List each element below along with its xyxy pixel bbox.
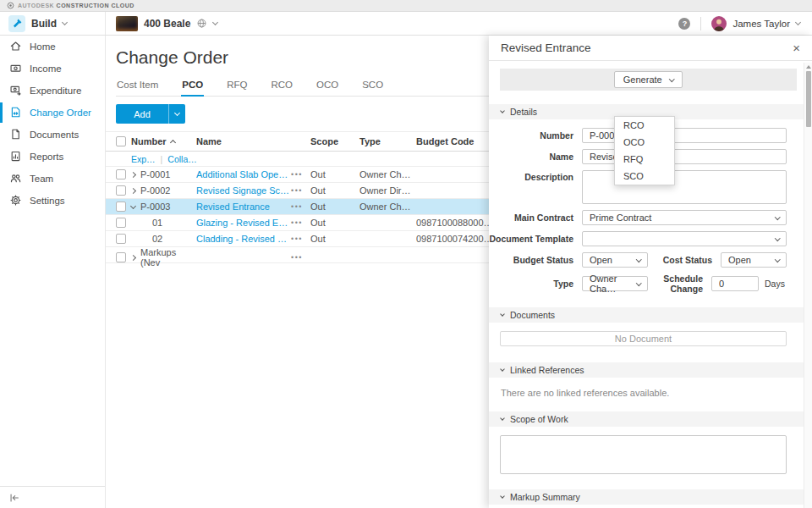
tab-cost-item[interactable]: Cost Item [116, 78, 159, 97]
no-document-placeholder[interactable]: No Document [500, 331, 787, 346]
row-name-link[interactable]: Revised Signage Scheme [196, 185, 291, 196]
row-budget-code: 098710008800005… [416, 218, 497, 228]
home-icon [9, 40, 22, 54]
row-number-cell: Markups (Nev [131, 247, 196, 268]
column-header-number[interactable]: Number [131, 136, 196, 146]
collapse-all-link[interactable]: Colla… [167, 154, 196, 164]
generate-button-label: Generate [623, 75, 662, 85]
row-expand-icon[interactable] [130, 254, 136, 260]
generate-option-sco[interactable]: SCO [615, 168, 674, 185]
schedule-change-field[interactable] [711, 276, 759, 291]
income-icon [9, 62, 22, 76]
row-name-link[interactable]: Glazing - Revised Entrance [196, 218, 291, 228]
close-icon[interactable]: × [793, 41, 800, 54]
row-name-link[interactable]: Revised Entrance [196, 202, 291, 212]
row-more-menu-icon[interactable]: ••• [291, 253, 310, 262]
name-field[interactable] [582, 149, 787, 164]
row-more-menu-icon[interactable]: ••• [291, 170, 310, 179]
product-switcher[interactable]: Build [0, 12, 106, 35]
row-checkbox[interactable] [116, 218, 126, 228]
main-contract-row: Main Contract Prime Contract [489, 210, 787, 225]
section-markup-summary[interactable]: Markup Summary [489, 489, 804, 505]
scroll-up-icon[interactable] [806, 65, 811, 69]
column-header-name[interactable]: Name [196, 136, 291, 146]
sidebar-item-label: Team [30, 174, 53, 184]
row-expand-icon[interactable] [130, 187, 136, 193]
sidebar-collapse-button[interactable] [0, 486, 105, 508]
expand-all-link[interactable]: Exp… [131, 154, 156, 164]
main-contract-select[interactable]: Prime Contract [582, 210, 787, 225]
sidebar-item-income[interactable]: Income [0, 58, 105, 80]
sidebar-item-team[interactable]: Team [0, 168, 105, 190]
tab-rfq[interactable]: RFQ [226, 78, 248, 97]
row-more-menu-icon[interactable]: ••• [291, 186, 310, 195]
user-menu[interactable]: James Taylor [711, 16, 812, 31]
sidebar-item-label: Expenditure [30, 86, 81, 96]
row-checkbox[interactable] [116, 234, 126, 244]
tab-oco[interactable]: OCO [315, 78, 339, 97]
generate-option-oco[interactable]: OCO [615, 134, 674, 151]
scrollbar-thumb[interactable] [806, 71, 811, 127]
row-checkbox[interactable] [116, 169, 126, 179]
add-dropdown-button[interactable] [168, 104, 185, 124]
sidebar-item-label: Reports [30, 152, 63, 162]
row-expand-icon[interactable] [130, 202, 136, 208]
row-checkbox[interactable] [116, 202, 126, 212]
project-name: 400 Beale [144, 18, 190, 30]
row-more-menu-icon[interactable]: ••• [291, 235, 310, 243]
description-field[interactable] [582, 170, 787, 204]
section-documents[interactable]: Documents [489, 307, 804, 323]
panel-title: Revised Entrance [501, 41, 591, 54]
globe-icon [196, 18, 207, 29]
tab-sco[interactable]: SCO [361, 78, 384, 97]
links-divider: | [161, 154, 163, 164]
section-label: Markup Summary [510, 492, 580, 502]
sidebar-item-documents[interactable]: Documents [0, 124, 105, 146]
header-divider [700, 17, 701, 30]
budget-status-select[interactable]: Open [582, 252, 648, 268]
row-more-menu-icon[interactable]: ••• [291, 218, 310, 227]
row-name-link[interactable]: Additional Slab Openings [196, 169, 291, 179]
row-type: Owner Change … [359, 169, 416, 179]
select-all-checkbox[interactable] [116, 136, 126, 146]
chevron-down-icon [795, 19, 801, 25]
generate-button[interactable]: Generate [614, 71, 683, 88]
sidebar-item-label: Income [30, 64, 62, 74]
number-field[interactable] [582, 128, 787, 143]
sidebar-item-expenditure[interactable]: Expenditure [0, 80, 105, 102]
row-checkbox[interactable] [116, 185, 126, 196]
sidebar-item-home[interactable]: Home [0, 36, 105, 58]
sidebar-item-change-order[interactable]: Change Order [0, 102, 105, 124]
chevron-down-icon [775, 214, 780, 219]
type-select[interactable]: Owner Cha… [582, 276, 648, 291]
section-linked-references[interactable]: Linked References [489, 362, 804, 378]
panel-scrollbar[interactable] [804, 63, 812, 508]
row-checkbox[interactable] [116, 252, 126, 262]
generate-option-rfq[interactable]: RFQ [615, 151, 674, 168]
cost-status-select[interactable]: Open [721, 252, 787, 268]
panel-body: Generate RCOOCORFQSCO Details Number Nam… [489, 62, 804, 508]
sidebar-item-reports[interactable]: Reports [0, 146, 105, 168]
document-template-select[interactable] [582, 231, 787, 246]
tab-pco[interactable]: PCO [181, 78, 204, 97]
chevron-down-icon [500, 416, 505, 421]
scope-of-work-field[interactable] [500, 435, 787, 474]
project-switcher[interactable]: 400 Beale [106, 16, 228, 31]
column-header-budget-code[interactable]: Budget Code [416, 136, 497, 146]
row-name-link[interactable]: Cladding - Revised Entrance [196, 234, 291, 244]
column-header-type[interactable]: Type [359, 136, 416, 146]
row-expand-icon[interactable] [130, 171, 136, 177]
row-more-menu-icon[interactable]: ••• [291, 202, 310, 211]
add-button[interactable]: Add [116, 104, 168, 124]
sidebar: Home Income Expenditure Change Order Doc… [0, 36, 106, 508]
linked-references-empty-text: There are no linked references available… [501, 388, 787, 398]
section-scope-of-work[interactable]: Scope of Work [489, 411, 804, 427]
help-icon[interactable]: ? [678, 18, 690, 30]
budget-status-value: Open [590, 255, 612, 265]
sidebar-item-settings[interactable]: Settings [0, 190, 105, 212]
cost-status-value: Open [728, 255, 751, 265]
column-header-scope[interactable]: Scope [310, 136, 359, 146]
avatar [711, 16, 727, 31]
tab-rco[interactable]: RCO [270, 78, 294, 97]
generate-option-rco[interactable]: RCO [615, 117, 674, 134]
